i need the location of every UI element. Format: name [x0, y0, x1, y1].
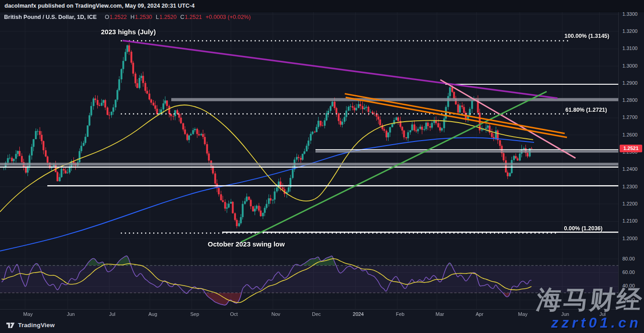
price-tick-label: 1.2600 — [622, 132, 638, 137]
time-tick-label: Apr — [475, 311, 483, 317]
low-label: L — [156, 14, 159, 20]
price-tick-label: 1.3200 — [622, 28, 638, 34]
time-tick-label: Jun — [67, 311, 75, 317]
close-value: 1.2521 — [185, 14, 202, 20]
low-value: 1.2520 — [160, 14, 177, 20]
price-tick-label: 1.2300 — [622, 184, 638, 189]
time-tick-label: Nov — [271, 311, 280, 317]
price-tick-label: 1.2700 — [622, 114, 638, 120]
time-tick-label: May — [23, 311, 33, 317]
high-label: H — [131, 14, 135, 20]
price-tick-label: 1.2000 — [622, 236, 638, 241]
time-tick-label: 2024 — [353, 311, 364, 317]
change-value: +0.0003 (+0.02%) — [206, 14, 251, 20]
price-tick-label: 1.2800 — [622, 97, 638, 103]
fib-level-label: 0.00% (1.2036) — [564, 225, 603, 232]
time-tick-label: Jul — [109, 311, 115, 317]
time-tick-label: Aug — [148, 311, 157, 317]
rsi-tick-label: 60.00 — [622, 269, 635, 275]
tradingview-footer: TradingView — [6, 322, 55, 328]
tradingview-wordmark[interactable]: TradingView — [18, 322, 55, 328]
chart-canvas[interactable] — [0, 0, 618, 318]
annotation-2023-highs: 2023 highs (July) — [101, 28, 156, 36]
attribution-bar: dacolmanfx published on TradingView.com,… — [0, 0, 644, 12]
fib-level-label: 100.00% (1.3145) — [565, 33, 609, 39]
time-axis[interactable]: MayJunJulAugSepOctNovDec2024FebMarAprMay… — [0, 309, 618, 319]
close-label: C — [180, 14, 184, 20]
attribution-text: dacolmanfx published on TradingView.com,… — [5, 3, 195, 9]
price-tick-label: 1.2900 — [622, 80, 638, 86]
watermark-site-url: zzrt01.cn — [551, 315, 641, 331]
price-tick-label: 1.2100 — [622, 218, 638, 224]
time-tick-label: Sep — [190, 311, 199, 317]
high-value: 1.2530 — [135, 14, 152, 20]
open-label: O — [105, 14, 110, 20]
time-tick-label: Dec — [312, 311, 321, 317]
time-tick-label: Feb — [396, 311, 405, 317]
last-price-badge: 1.2521 — [620, 145, 642, 152]
open-value: 1.2522 — [110, 14, 127, 20]
symbol-header: British Pound / U.S. Dollar, 1D, ICE O1.… — [4, 14, 251, 20]
price-tick-label: 1.3100 — [622, 46, 638, 51]
price-tick-label: 1.2400 — [622, 166, 638, 172]
price-axis[interactable]: 1.33001.32001.31001.30001.29001.28001.27… — [618, 12, 644, 309]
price-tick-label: 1.3000 — [622, 63, 638, 68]
tradingview-chart-page: dacolmanfx published on TradingView.com,… — [0, 0, 644, 333]
tradingview-logo-icon[interactable] — [6, 322, 15, 328]
time-tick-label: May — [518, 311, 528, 317]
rsi-tick-label: 80.00 — [622, 256, 635, 261]
annotation-october-swing-low: October 2023 swing low — [208, 240, 285, 248]
fib-level-label: 61.80% (1.2721) — [566, 107, 607, 113]
time-tick-label: Mar — [436, 311, 444, 317]
time-tick-label: Oct — [230, 311, 238, 317]
watermark-chinese-brand: 海马财经 — [535, 286, 644, 314]
price-tick-label: 1.2200 — [622, 201, 638, 206]
symbol-title[interactable]: British Pound / U.S. Dollar, 1D, ICE — [4, 14, 97, 20]
